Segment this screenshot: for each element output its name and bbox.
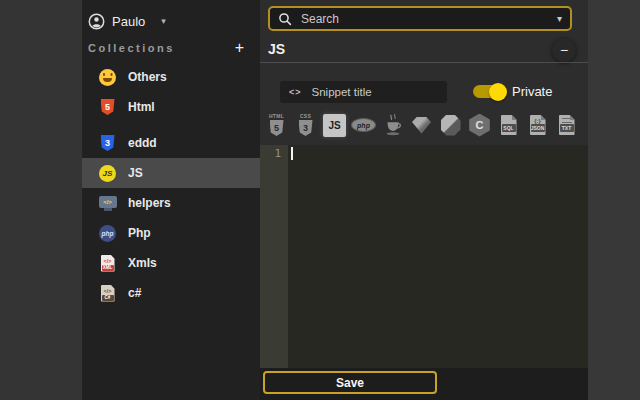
save-bar: Save	[260, 368, 588, 400]
php-icon: php	[99, 225, 116, 242]
snippet-title-field[interactable]: <>	[280, 81, 447, 103]
lang-sql-button[interactable]: SQL	[495, 111, 522, 139]
snippet-title-input[interactable]	[310, 85, 438, 99]
snippet-panel: ▾ JS − <> Private HTML 5 CSS 3 JS php	[260, 0, 588, 400]
txt-file-icon: TXT	[559, 115, 575, 135]
sidebar-item-helpers[interactable]: </> helpers	[82, 188, 260, 218]
c-hexagon-icon: C	[469, 114, 491, 137]
sidebar-item-others[interactable]: Others	[82, 62, 260, 92]
page-background-right	[588, 0, 640, 400]
lang-ruby-button[interactable]	[408, 111, 435, 139]
sidebar-item-label: Others	[128, 70, 167, 84]
app-window: Paulo ▾ Collections + Others 5 Html 3 ed…	[0, 0, 640, 400]
code-editor[interactable]: 1	[260, 145, 588, 368]
csharp-file-icon: </> C#	[101, 285, 115, 302]
ruby-gem-icon	[412, 117, 431, 134]
collapse-button[interactable]: −	[552, 38, 576, 62]
search-input[interactable]	[299, 11, 557, 27]
sidebar-item-html[interactable]: 5 Html	[82, 92, 260, 122]
code-icon: <>	[289, 87, 302, 97]
lang-html5-button[interactable]: HTML 5	[263, 111, 290, 139]
search-combobox[interactable]: ▾	[268, 6, 572, 31]
java-coffee-icon	[382, 113, 404, 137]
sql-file-icon: SQL	[501, 115, 517, 135]
sidebar-item-label: eddd	[128, 136, 157, 150]
sidebar-item-eddd[interactable]: 3 eddd	[82, 128, 260, 158]
collection-list: Others 5 Html 3 eddd JS JS </> helpers p…	[82, 62, 260, 308]
smiley-icon	[99, 69, 116, 86]
user-avatar-icon	[88, 13, 105, 30]
collections-header: Collections +	[88, 38, 248, 58]
lang-gem-button[interactable]	[437, 111, 464, 139]
divider	[260, 62, 588, 63]
sidebar-item-php[interactable]: php Php	[82, 218, 260, 248]
editor-content[interactable]	[288, 145, 588, 368]
json-file-icon: {:} JSON	[530, 115, 546, 135]
user-name: Paulo	[112, 14, 145, 29]
add-collection-button[interactable]: +	[231, 40, 248, 56]
sidebar-item-label: Php	[128, 226, 151, 240]
lang-json-button[interactable]: {:} JSON	[524, 111, 551, 139]
php-ellipse-icon: php	[351, 118, 376, 132]
sidebar: Paulo ▾ Collections + Others 5 Html 3 ed…	[82, 0, 260, 400]
sidebar-item-label: Html	[128, 100, 155, 114]
page-background-left	[0, 0, 82, 400]
panel-title: JS	[268, 41, 285, 57]
html5-icon: 5	[101, 99, 115, 115]
js-icon: JS	[99, 165, 116, 182]
css3-gray-icon: 3	[299, 120, 313, 136]
editor-gutter: 1	[260, 145, 288, 368]
text-cursor	[291, 147, 293, 160]
private-label: Private	[512, 84, 552, 99]
save-button[interactable]: Save	[263, 371, 437, 394]
collections-title: Collections	[88, 42, 175, 54]
line-number: 1	[274, 147, 281, 160]
html5-gray-icon: 5	[270, 120, 284, 136]
sidebar-item-label: Xmls	[128, 256, 157, 270]
sidebar-item-csharp[interactable]: </> C# c#	[82, 278, 260, 308]
sidebar-item-xmls[interactable]: </> XML Xmls	[82, 248, 260, 278]
lang-php-button[interactable]: php	[350, 111, 377, 139]
language-selector: HTML 5 CSS 3 JS php	[263, 110, 585, 140]
lang-java-button[interactable]	[379, 111, 406, 139]
private-toggle[interactable]	[473, 85, 503, 98]
lang-cpp-button[interactable]: C	[466, 111, 493, 139]
sidebar-item-label: JS	[128, 166, 143, 180]
sidebar-item-js[interactable]: JS JS	[82, 158, 260, 188]
search-icon	[278, 12, 292, 26]
octagon-gem-icon	[441, 115, 461, 136]
chevron-down-icon[interactable]: ▾	[161, 16, 166, 26]
sidebar-item-label: helpers	[128, 196, 171, 210]
lang-javascript-button[interactable]: JS	[321, 111, 348, 139]
javascript-icon: JS	[323, 114, 346, 137]
sidebar-item-label: c#	[128, 286, 141, 300]
xml-file-icon: </> XML	[101, 255, 115, 272]
monitor-code-icon: </>	[99, 196, 117, 208]
toggle-knob	[489, 83, 507, 101]
search-chevron-icon[interactable]: ▾	[557, 13, 562, 24]
user-menu[interactable]: Paulo ▾	[88, 9, 238, 33]
lang-txt-button[interactable]: TXT	[553, 111, 580, 139]
css3-icon: 3	[101, 135, 115, 151]
lang-css3-button[interactable]: CSS 3	[292, 111, 319, 139]
